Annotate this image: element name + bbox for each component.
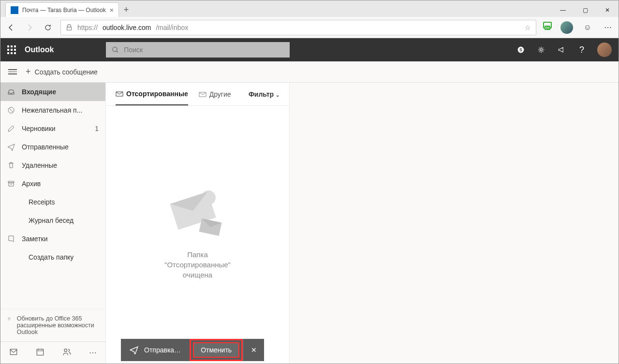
command-bar: + Создать сообщение xyxy=(0,61,619,83)
search-box[interactable] xyxy=(106,42,290,58)
outlook-favicon-icon xyxy=(11,6,18,14)
app-brand: Outlook xyxy=(25,45,54,54)
hamburger-icon[interactable] xyxy=(8,69,17,74)
nav-refresh-button[interactable] xyxy=(42,22,54,33)
other-icon xyxy=(199,91,206,98)
folder-junk[interactable]: Нежелательная п... xyxy=(0,101,105,119)
app-header: Outlook S ? xyxy=(0,38,619,61)
skype-icon[interactable]: S xyxy=(516,45,526,55)
folder-archive[interactable]: Архив xyxy=(0,175,105,193)
folder-conversation-history[interactable]: Журнал бесед xyxy=(0,211,105,230)
nav-back-button[interactable] xyxy=(5,22,17,33)
toast-close-button[interactable]: ✕ xyxy=(243,339,264,361)
search-input[interactable] xyxy=(124,46,284,54)
notes-icon xyxy=(7,235,15,243)
tab-title: Почта — Taras Buria — Outlook xyxy=(22,7,106,14)
folder-drafts[interactable]: Черновики 1 xyxy=(0,119,105,138)
new-message-label: Создать сообщение xyxy=(35,68,98,76)
app-launcher-icon[interactable] xyxy=(7,45,16,54)
folder-receipts[interactable]: Receipts xyxy=(0,193,105,211)
focused-icon xyxy=(116,90,123,97)
svg-point-0 xyxy=(113,47,117,51)
window-minimize-button[interactable]: — xyxy=(552,3,574,17)
inbox-tabs: Отсортированные Другие Фильтр ⌄ xyxy=(106,83,289,106)
browser-address-bar: https://outlook.live.com/mail/inbox ☆ 69… xyxy=(0,17,619,38)
filter-button[interactable]: Фильтр ⌄ xyxy=(249,90,280,98)
browser-titlebar: Почта — Taras Buria — Outlook × + — ▢ ✕ xyxy=(0,0,619,17)
send-icon xyxy=(130,346,138,354)
archive-icon xyxy=(7,180,15,188)
browser-tab[interactable]: Почта — Taras Buria — Outlook × xyxy=(5,2,119,17)
account-avatar-icon[interactable] xyxy=(597,43,612,57)
svg-rect-5 xyxy=(11,349,17,354)
url-path: /mail/inbox xyxy=(156,24,188,31)
tab-focused[interactable]: Отсортированные xyxy=(116,83,188,105)
trash-icon xyxy=(7,161,15,169)
nav-forward-button xyxy=(24,22,35,33)
folder-inbox[interactable]: Входящие xyxy=(0,83,105,101)
browser-menu-button[interactable]: ⋯ xyxy=(602,22,614,33)
empty-state: Папка "Отсортированные" очищена xyxy=(106,106,289,364)
svg-point-7 xyxy=(64,349,67,351)
svg-text:S: S xyxy=(519,47,522,52)
help-icon[interactable]: ? xyxy=(577,45,587,55)
folder-deleted[interactable]: Удаленные xyxy=(0,156,105,175)
settings-gear-icon[interactable] xyxy=(536,45,546,55)
junk-icon xyxy=(7,106,15,114)
svg-rect-6 xyxy=(37,349,44,355)
reading-pane xyxy=(290,83,619,364)
url-input[interactable]: https://outlook.live.com/mail/inbox ☆ xyxy=(60,20,536,35)
url-scheme: https:// xyxy=(77,24,98,31)
mail-module-icon[interactable] xyxy=(9,348,18,358)
new-message-button[interactable]: + Создать сообщение xyxy=(26,67,98,77)
sending-toast: Отправка… Отменить ✕ xyxy=(121,339,264,361)
megaphone-icon[interactable] xyxy=(557,45,566,55)
extension-icon[interactable]: 69 xyxy=(543,22,552,33)
folder-notes[interactable]: Заметки xyxy=(0,230,105,248)
empty-envelope-icon xyxy=(171,190,224,239)
module-switcher: ⋯ xyxy=(0,341,105,364)
upgrade-prompt[interactable]: Обновить до Office 365 расширенные возмо… xyxy=(0,309,105,341)
diamond-icon xyxy=(7,315,11,323)
window-close-button[interactable]: ✕ xyxy=(596,3,619,17)
chevron-down-icon: ⌄ xyxy=(276,92,280,98)
people-module-icon[interactable] xyxy=(62,348,71,358)
window-maximize-button[interactable]: ▢ xyxy=(574,3,596,17)
message-list-pane: Отсортированные Другие Фильтр ⌄ Папка "О… xyxy=(106,83,290,364)
folder-sidebar: Входящие Нежелательная п... Черновики 1 … xyxy=(0,83,106,364)
toast-status: Отправка… xyxy=(121,339,190,361)
profile-avatar-icon[interactable] xyxy=(560,21,573,34)
inbox-icon xyxy=(7,88,15,96)
favorite-icon[interactable]: ☆ xyxy=(525,24,531,31)
undo-send-highlight: Отменить xyxy=(190,339,243,361)
drafts-count: 1 xyxy=(95,125,99,132)
more-modules-icon[interactable]: ⋯ xyxy=(89,348,97,357)
tab-close-icon[interactable]: × xyxy=(110,6,114,14)
window-controls: — ▢ ✕ xyxy=(552,3,619,17)
calendar-module-icon[interactable] xyxy=(36,348,44,358)
pencil-icon xyxy=(7,125,15,132)
new-tab-button[interactable]: + xyxy=(119,2,133,17)
plus-icon: + xyxy=(26,67,31,77)
undo-send-button[interactable]: Отменить xyxy=(193,342,239,358)
lock-icon xyxy=(66,24,73,31)
search-icon xyxy=(112,46,119,54)
main-area: Входящие Нежелательная п... Черновики 1 … xyxy=(0,83,619,364)
create-folder-button[interactable]: Создать папку xyxy=(0,248,105,266)
url-host: outlook.live.com xyxy=(103,24,151,31)
sent-icon xyxy=(7,143,15,151)
folder-sent[interactable]: Отправленные xyxy=(0,138,105,156)
svg-point-3 xyxy=(540,49,543,51)
feedback-icon[interactable]: ☺ xyxy=(582,22,593,33)
tab-other[interactable]: Другие xyxy=(199,83,231,105)
